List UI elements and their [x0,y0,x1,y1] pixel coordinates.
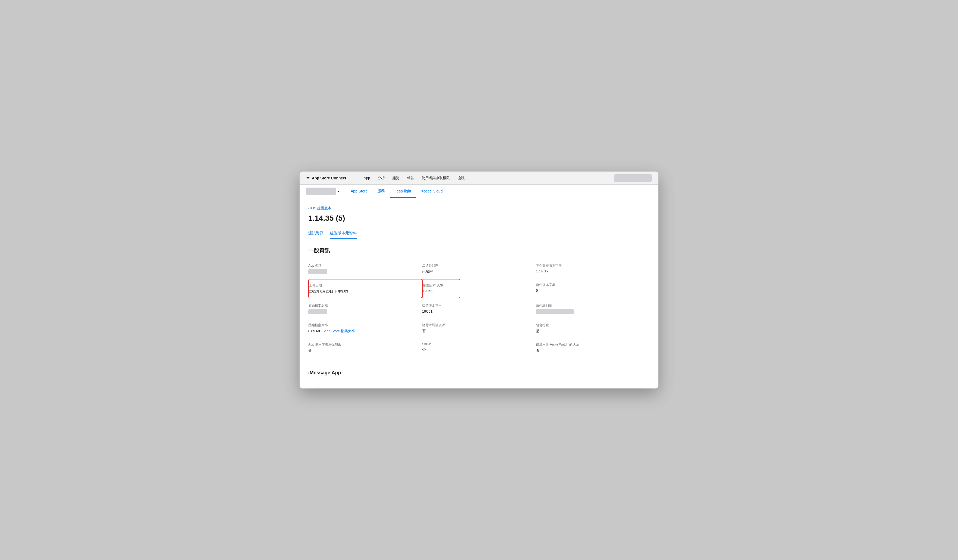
nav-app[interactable]: App [364,176,370,180]
info-row-2: 上傳日期 2022年6月20日 下午9:03 建置版本 SDK 19C51 套件… [308,279,650,299]
cell-sirikit: SiriKit 否 [422,338,536,357]
cell-on-demand-value: 否 [422,328,536,333]
cell-apple-watch-only-value: 否 [536,348,650,353]
cell-compressed-size-label: 壓縮檔案大小 [308,323,422,328]
section-general-title: 一般資訊 [308,247,650,254]
chevron-down-icon: ▾ [338,189,339,193]
cell-symbols: 包含符號 是 [536,319,650,337]
top-nav-links: App 分析 趨勢 報告 使用者與存取權限 協議 [364,176,605,181]
cell-build-sdk-label: 建置版本 SDK [423,283,460,288]
app-window: ✦ App Store Connect App 分析 趨勢 報告 使用者與存取權… [300,171,658,389]
sub-nav-tabs: App Store 服務 TestFlight Xcode Cloud [346,185,447,198]
compressed-size-text: 8.85 MB [308,329,321,333]
chevron-left-icon: ‹ [308,206,309,210]
cell-binary-status-label: 二進位狀態 [422,263,536,268]
cell-sirikit-label: SiriKit [422,342,536,346]
cell-build-platform: 建置版本平台 19C51 [422,300,536,318]
cell-sirikit-value: 否 [422,347,536,352]
cell-build-platform-value: 19C51 [422,309,536,313]
cell-bundle-version-string-value: 5 [536,289,650,292]
cell-binary-status-value: 已驗證 [422,269,536,274]
tab-services[interactable]: 服務 [373,185,390,198]
cell-apple-watch-only: 僅適用於 Apple Watch 的 App 否 [536,338,650,357]
cell-bundle-short-version-label: 套件簡短版本字串 [536,263,650,268]
info-row-1: App 名稱 二進位狀態 已驗證 套件簡短版本字串 1.14.35 [308,260,650,278]
cell-bundle-id-label: 套件識別碼 [536,304,650,308]
tab-appstore[interactable]: App Store [346,185,373,198]
brand-name: App Store Connect [312,176,346,180]
cell-upload-date-value: 2022年6月20日 下午9:03 [309,289,422,294]
nav-trends[interactable]: 趨勢 [392,176,399,181]
nav-analytics[interactable]: 分析 [377,176,385,181]
cell-on-demand: 隨需求調整資源 否 [422,319,536,337]
info-row-3: 原始檔案名稱 建置版本平台 19C51 套件識別碼 [308,300,650,318]
info-row-5: App 使用非豁免強加密 否 SiriKit 否 僅適用於 Apple Watc… [308,338,650,357]
cell-upload-date: 上傳日期 2022年6月20日 下午9:03 [308,279,422,298]
cell-encryption-label: App 使用非豁免強加密 [308,342,422,347]
cell-bundle-version-string-label: 套件版本字串 [536,283,650,287]
cell-original-filename-value [308,309,327,314]
app-selector[interactable]: ▾ [306,187,339,195]
ctab-meta[interactable]: 建置版本元資料 [330,228,357,239]
cell-app-name-value [308,269,327,274]
cell-original-filename: 原始檔案名稱 [308,300,422,318]
cell-build-platform-label: 建置版本平台 [422,304,536,308]
cell-symbols-value: 是 [536,328,650,333]
section-divider [308,362,650,362]
cell-binary-status: 二進位狀態 已驗證 [422,260,536,278]
info-row-4: 壓縮檔案大小 8.85 MB | App Store 檔案大小 隨需求調整資源 … [308,319,650,337]
cell-bundle-id-value [536,309,574,314]
tab-testflight[interactable]: TestFlight [390,185,416,198]
nav-users[interactable]: 使用者與存取權限 [422,176,450,181]
cell-build-sdk: 建置版本 SDK 19C51 [422,279,460,298]
cell-bundle-short-version: 套件簡短版本字串 1.14.35 [536,260,650,278]
tab-xcode[interactable]: Xcode Cloud [416,185,447,198]
cell-encryption-value: 否 [308,348,422,353]
sub-nav: ▾ App Store 服務 TestFlight Xcode Cloud [300,185,658,198]
imessage-section-title: iMessage App [308,368,650,376]
nav-agreements[interactable]: 協議 [458,176,465,181]
cell-compressed-size-value: 8.85 MB | App Store 檔案大小 [308,328,422,333]
breadcrumb[interactable]: ‹ iOS 建置版本 [308,206,650,211]
cell-app-name-label: App 名稱 [308,263,422,268]
cell-build-sdk-value: 19C51 [423,289,460,293]
page-title: 1.14.35 (5) [308,214,650,223]
cell-bundle-version-string: 套件版本字串 5 [536,279,650,299]
cell-bundle-id: 套件識別碼 [536,300,650,318]
cell-bundle-short-version-value: 1.14.35 [536,269,650,273]
brand-logo: ✦ App Store Connect [306,175,355,181]
appstore-connect-icon: ✦ [306,175,309,181]
appstore-filesize-link[interactable]: App Store 檔案大小 [324,329,355,333]
top-nav: ✦ App Store Connect App 分析 趨勢 報告 使用者與存取權… [300,171,658,185]
cell-on-demand-label: 隨需求調整資源 [422,323,536,328]
cell-compressed-size: 壓縮檔案大小 8.85 MB | App Store 檔案大小 [308,319,422,337]
top-nav-right [614,174,652,182]
cell-encryption: App 使用非豁免強加密 否 [308,338,422,357]
ctab-test[interactable]: 測試資訊 [308,228,324,239]
user-account-pill[interactable] [614,174,652,182]
cell-symbols-label: 包含符號 [536,323,650,328]
cell-upload-date-label: 上傳日期 [309,283,422,288]
content-tabs: 測試資訊 建置版本元資料 [308,228,650,239]
main-content: ‹ iOS 建置版本 1.14.35 (5) 測試資訊 建置版本元資料 一般資訊… [300,198,658,389]
breadcrumb-text: iOS 建置版本 [311,206,331,211]
app-selector-pill [306,187,336,195]
nav-reports[interactable]: 報告 [407,176,414,181]
cell-original-filename-label: 原始檔案名稱 [308,304,422,308]
cell-apple-watch-only-label: 僅適用於 Apple Watch 的 App [536,342,650,347]
cell-app-name: App 名稱 [308,260,422,278]
